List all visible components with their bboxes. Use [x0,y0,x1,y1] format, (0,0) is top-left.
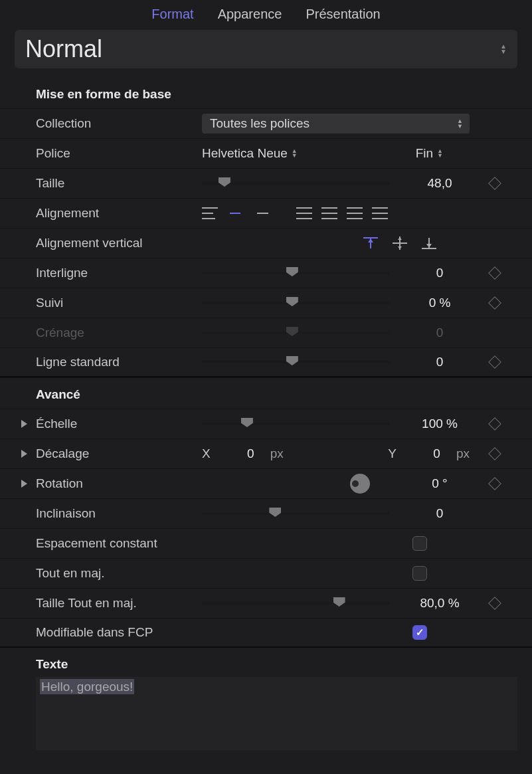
rotation-dial[interactable] [350,474,370,494]
row-monospace: Espacement constant [0,528,532,558]
scale-value[interactable]: 100 % [410,417,470,431]
baseline-value[interactable]: 0 [410,355,470,369]
rotation-label[interactable]: Rotation [36,476,202,491]
tab-presentation[interactable]: Présentation [306,7,380,22]
font-family-select[interactable]: Helvetica Neue ▲▼ [202,146,298,161]
offset-y-value[interactable]: 0 [408,446,440,461]
preset-label: Normal [25,35,102,63]
alignment-label: Alignement [36,206,202,221]
section-text: Texte Hello, gorgeous! [0,648,532,750]
tracking-slider[interactable] [202,302,390,304]
inspector-tabs: Format Apparence Présentation [0,0,532,26]
justify-full-button[interactable] [372,207,388,219]
monospace-checkbox[interactable] [412,536,427,551]
baseline-slider[interactable] [202,361,390,363]
line-spacing-slider[interactable] [202,272,390,274]
row-slant: Inclinaison 0 [0,498,532,528]
offset-y-unit: px [456,446,470,461]
align-center-button[interactable] [227,207,243,219]
tracking-value[interactable]: 0 % [410,296,470,310]
row-collection: Collection Toutes les polices ▲▼ [0,108,532,138]
allcaps-size-value[interactable]: 80,0 % [410,596,470,611]
preset-select[interactable]: Normal ▲▼ [15,30,517,68]
row-allcaps: Tout en maj. [0,558,532,588]
chevron-up-down-icon: ▲▼ [437,149,443,158]
svg-marker-2 [368,239,373,242]
valign-bottom-button[interactable] [422,237,436,250]
allcaps-checkbox[interactable] [412,566,427,581]
keyframe-button[interactable] [488,177,501,190]
offset-x-value[interactable]: 0 [222,446,254,461]
alignment-buttons [202,207,388,219]
row-alignment: Alignement [0,198,532,228]
collection-label: Collection [36,116,202,131]
svg-marker-9 [426,244,432,248]
baseline-label: Ligne standard [36,355,202,369]
allcaps-label: Tout en maj. [36,566,202,581]
slant-slider[interactable] [202,512,390,515]
row-tracking: Suivi 0 % [0,288,532,318]
row-rotation: Rotation 0 ° [0,468,532,498]
chevron-up-down-icon: ▲▼ [500,44,507,54]
keyframe-button[interactable] [488,355,501,369]
row-size: Taille 48,0 [0,168,532,198]
chevron-up-down-icon: ▲▼ [457,118,463,129]
offset-x-unit: px [270,446,284,461]
monospace-label: Espacement constant [36,536,202,551]
collection-select[interactable]: Toutes les polices ▲▼ [202,114,470,134]
text-content-area[interactable]: Hello, gorgeous! [36,677,517,750]
rotation-value[interactable]: 0 ° [410,476,470,491]
keyframe-button[interactable] [488,417,501,431]
kerning-slider [202,332,390,334]
keyframe-button[interactable] [488,447,501,460]
kerning-value: 0 [410,326,470,340]
font-label: Police [36,146,202,161]
size-value[interactable]: 48,0 [410,176,470,191]
allcaps-size-slider[interactable] [202,602,390,605]
scale-slider[interactable] [202,423,390,425]
valign-label: Alignement vertical [36,236,202,250]
row-scale: Échelle 100 % [0,409,532,438]
keyframe-button[interactable] [488,477,501,490]
row-valign: Alignement vertical [0,228,532,258]
editable-fcp-checkbox[interactable] [412,625,427,640]
allcaps-size-label: Taille Tout en maj. [36,596,202,611]
offset-label[interactable]: Décalage [36,446,202,461]
row-line-spacing: Interligne 0 [0,258,532,288]
kerning-label: Crénage [36,326,202,340]
text-content: Hello, gorgeous! [40,679,134,694]
line-spacing-label: Interligne [36,266,202,280]
valign-top-button[interactable] [363,237,378,250]
row-editable-fcp: Modifiable dans FCP [0,618,532,648]
size-slider[interactable] [202,182,390,185]
chevron-up-down-icon: ▲▼ [292,149,298,158]
tab-format[interactable]: Format [151,7,193,22]
offset-y-label: Y [388,446,397,461]
tab-appearance[interactable]: Apparence [218,7,282,22]
row-allcaps-size: Taille Tout en maj. 80,0 % [0,588,532,618]
svg-marker-5 [398,237,402,240]
row-font: Police Helvetica Neue ▲▼ Fin ▲▼ [0,138,532,168]
align-left-button[interactable] [202,207,218,219]
keyframe-button[interactable] [488,266,501,280]
editable-fcp-label: Modifiable dans FCP [36,625,202,640]
align-right-button[interactable] [252,207,268,219]
size-label: Taille [36,176,202,191]
font-weight-select[interactable]: Fin ▲▼ [416,146,443,161]
keyframe-button[interactable] [488,597,501,610]
slant-value[interactable]: 0 [410,506,470,521]
row-baseline: Ligne standard 0 [0,347,532,377]
row-kerning: Crénage 0 [0,318,532,347]
valign-middle-button[interactable] [393,237,407,250]
section-basic-header: Mise en forme de base [0,78,532,108]
justify-right-button[interactable] [347,207,363,219]
justify-center-button[interactable] [321,207,337,219]
justify-left-button[interactable] [296,207,312,219]
section-advanced-header: Avancé [0,377,532,409]
keyframe-button[interactable] [488,296,501,310]
tracking-label: Suivi [36,296,202,310]
section-text-header: Texte [36,648,517,677]
offset-x-label: X [202,446,211,461]
scale-label[interactable]: Échelle [36,417,202,431]
line-spacing-value[interactable]: 0 [410,266,470,280]
